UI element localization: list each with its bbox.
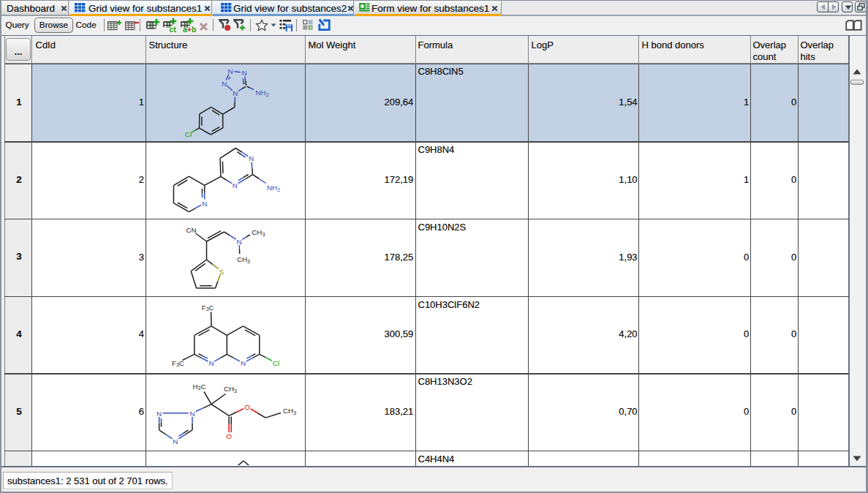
svg-text:N: N [173,437,178,445]
svg-text:N: N [237,237,242,245]
svg-text:N: N [222,79,227,87]
svg-text:CN: CN [186,225,197,233]
svg-text:O: O [245,403,251,411]
svg-text:CH3​: CH3​ [237,255,250,263]
svg-text:N: N [242,68,247,76]
svg-text:N: N [249,154,254,162]
svg-text:F3​C: F3​C [202,303,214,312]
svg-text:N: N [202,199,207,207]
svg-text:F3​C: F3​C [172,359,184,368]
svg-text:N: N [209,359,214,367]
svg-text:N: N [156,409,162,417]
svg-text:S: S [219,267,224,275]
svg-text:NH2​: NH2​ [267,184,280,192]
svg-text:N: N [241,359,246,367]
svg-text:CH3​: CH3​ [283,407,296,415]
svg-text:N: N [233,89,238,97]
svg-text:NH2​: NH2​ [256,88,269,97]
svg-text:O: O [227,432,233,440]
svg-text:H3​C: H3​C [193,382,206,391]
svg-text:Cl: Cl [185,129,192,138]
svg-text:N: N [190,409,195,417]
svg-text:CH3​: CH3​ [252,227,265,236]
svg-text:CH3​: CH3​ [224,385,237,394]
svg-text:N: N [233,181,238,189]
svg-text:Cl: Cl [273,359,279,367]
svg-text:N: N [228,67,233,75]
